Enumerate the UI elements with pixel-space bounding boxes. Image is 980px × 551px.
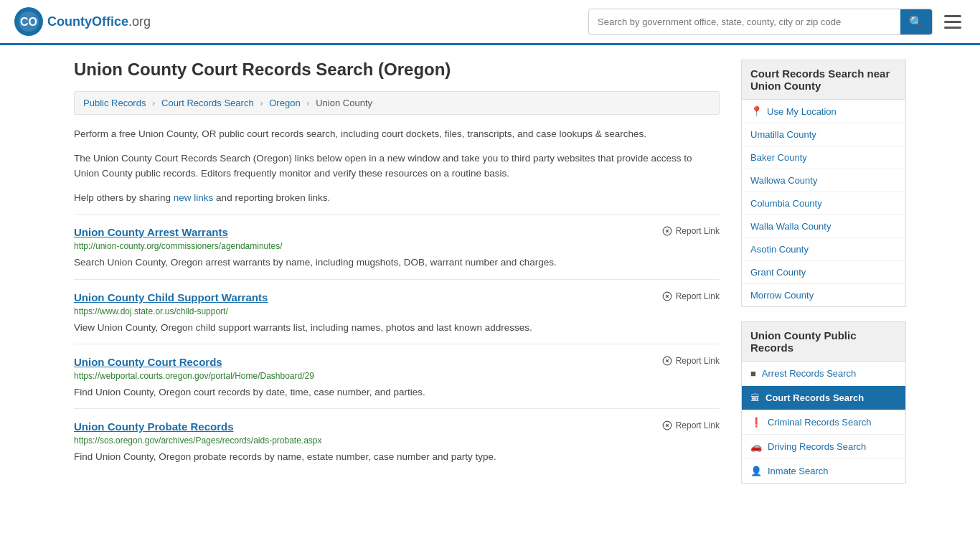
results-container: Union County Arrest Warrants Report Link…	[74, 214, 720, 473]
public-records-list: ■ Arrest Records Search 🏛 Court Records …	[741, 362, 906, 484]
nearby-county-link-0[interactable]: Umatilla County	[750, 129, 816, 140]
nearby-county-item-7[interactable]: Morrow County	[742, 284, 905, 306]
desc-3-prefix: Help others by sharing	[74, 192, 174, 203]
record-link-2[interactable]: Criminal Records Search	[768, 417, 872, 428]
record-link-4[interactable]: Inmate Search	[768, 466, 829, 476]
breadcrumb: Public Records › Court Records Search › …	[74, 91, 720, 115]
result-url-3[interactable]: https://sos.oregon.gov/archives/Pages/re…	[74, 435, 720, 446]
nearby-county-item-3[interactable]: Columbia County	[742, 192, 905, 215]
record-item-1[interactable]: 🏛 Court Records Search	[742, 386, 905, 410]
header-right: 🔍	[588, 9, 966, 35]
report-link-1[interactable]: Report Link	[662, 291, 720, 301]
menu-button[interactable]	[940, 11, 966, 33]
report-icon	[662, 356, 672, 366]
result-header: Union County Court Records Report Link	[74, 356, 720, 368]
svg-text:CO: CO	[20, 16, 37, 28]
nearby-county-item-2[interactable]: Wallowa County	[742, 169, 905, 192]
record-icon-1: 🏛	[750, 392, 760, 403]
result-item: Union County Court Records Report Link h…	[74, 344, 720, 408]
result-item: Union County Child Support Warrants Repo…	[74, 279, 720, 344]
hamburger-line-1	[944, 15, 961, 17]
record-link-1[interactable]: Court Records Search	[765, 392, 864, 403]
record-link-0[interactable]: Arrest Records Search	[762, 368, 857, 379]
result-header: Union County Child Support Warrants Repo…	[74, 291, 720, 303]
record-icon-3: 🚗	[750, 441, 762, 452]
nearby-county-list: 📍 Use My Location Umatilla CountyBaker C…	[741, 100, 906, 307]
logo-icon: CO	[14, 7, 43, 36]
search-bar: 🔍	[588, 9, 933, 35]
result-item: Union County Probate Records Report Link…	[74, 408, 720, 473]
new-links-link[interactable]: new links	[174, 192, 214, 203]
result-desc-3: Find Union County, Oregon probate record…	[74, 450, 720, 464]
record-item-2[interactable]: ❗ Criminal Records Search	[742, 410, 905, 435]
content-area: Union County Court Records Search (Orego…	[74, 60, 720, 484]
nearby-county-link-7[interactable]: Morrow County	[750, 290, 814, 301]
nearby-county-link-4[interactable]: Walla Walla County	[750, 221, 831, 232]
nearby-county-item-5[interactable]: Asotin County	[742, 238, 905, 261]
page-title: Union County Court Records Search (Orego…	[74, 60, 720, 80]
breadcrumb-oregon[interactable]: Oregon	[269, 98, 300, 108]
result-desc-0: Search Union County, Oregon arrest warra…	[74, 255, 720, 270]
breadcrumb-court-records[interactable]: Court Records Search	[161, 98, 254, 108]
nearby-counties-container: Umatilla CountyBaker CountyWallowa Count…	[742, 123, 905, 306]
report-link-0[interactable]: Report Link	[662, 226, 720, 236]
record-item-3[interactable]: 🚗 Driving Records Search	[742, 435, 905, 459]
public-records-section-title: Union County Public Records	[741, 321, 906, 362]
logo-area: CO CountyOffice.org	[14, 7, 151, 36]
breadcrumb-sep-1: ›	[152, 98, 155, 108]
result-title-3[interactable]: Union County Probate Records	[74, 420, 234, 433]
use-my-location-item[interactable]: 📍 Use My Location	[742, 100, 905, 123]
result-desc-1: View Union County, Oregon child support …	[74, 321, 720, 335]
result-url-0[interactable]: http://union-county.org/commissioners/ag…	[74, 241, 720, 251]
hamburger-line-2	[944, 21, 961, 23]
desc-1: Perform a free Union County, OR public c…	[74, 126, 720, 142]
nearby-county-item-0[interactable]: Umatilla County	[742, 123, 905, 146]
result-header: Union County Probate Records Report Link	[74, 420, 720, 433]
record-item-0[interactable]: ■ Arrest Records Search	[742, 362, 905, 386]
header: CO CountyOffice.org 🔍	[0, 0, 980, 45]
search-button[interactable]: 🔍	[900, 9, 932, 34]
desc-3: Help others by sharing new links and rep…	[74, 190, 720, 206]
result-title-1[interactable]: Union County Child Support Warrants	[74, 291, 268, 303]
nearby-county-link-5[interactable]: Asotin County	[750, 244, 809, 255]
nearby-county-link-3[interactable]: Columbia County	[750, 198, 822, 209]
record-icon-2: ❗	[750, 417, 762, 428]
nearby-section-title: Court Records Search near Union County	[741, 60, 906, 100]
report-link-2[interactable]: Report Link	[662, 356, 720, 366]
breadcrumb-sep-3: ›	[306, 98, 309, 108]
hamburger-line-3	[944, 27, 961, 29]
record-icon-0: ■	[750, 368, 756, 379]
report-link-3[interactable]: Report Link	[662, 420, 720, 430]
nearby-county-link-1[interactable]: Baker County	[750, 152, 807, 163]
result-item: Union County Arrest Warrants Report Link…	[74, 214, 720, 278]
result-title-0[interactable]: Union County Arrest Warrants	[74, 226, 228, 238]
record-icon-4: 👤	[750, 466, 762, 476]
nearby-county-item-1[interactable]: Baker County	[742, 146, 905, 169]
main-container: Union County Court Records Search (Orego…	[60, 45, 920, 498]
breadcrumb-public-records[interactable]: Public Records	[83, 98, 146, 108]
record-item-4[interactable]: 👤 Inmate Search	[742, 459, 905, 483]
nearby-county-item-6[interactable]: Grant County	[742, 261, 905, 284]
report-icon	[662, 226, 672, 236]
result-url-2[interactable]: https://webportal.courts.oregon.gov/port…	[74, 371, 720, 381]
desc-2: The Union County Court Records Search (O…	[74, 151, 720, 182]
breadcrumb-union-county: Union County	[316, 98, 372, 108]
sidebar: Court Records Search near Union County 📍…	[741, 60, 906, 484]
result-url-1[interactable]: https://www.doj.state.or.us/child-suppor…	[74, 306, 720, 316]
desc-3-suffix: and reporting broken links.	[213, 192, 330, 203]
use-my-location-link[interactable]: Use My Location	[767, 106, 837, 117]
nearby-county-link-6[interactable]: Grant County	[750, 267, 806, 278]
record-link-3[interactable]: Driving Records Search	[768, 441, 866, 452]
nearby-county-item-4[interactable]: Walla Walla County	[742, 215, 905, 238]
result-desc-2: Find Union County, Oregon court records …	[74, 385, 720, 400]
logo-text: CountyOffice.org	[47, 14, 151, 29]
report-icon	[662, 291, 672, 301]
report-icon	[662, 420, 672, 430]
result-title-2[interactable]: Union County Court Records	[74, 356, 222, 368]
breadcrumb-sep-2: ›	[260, 98, 263, 108]
pin-icon: 📍	[750, 105, 763, 117]
nearby-county-link-2[interactable]: Wallowa County	[750, 175, 817, 186]
search-input[interactable]	[589, 11, 900, 33]
result-header: Union County Arrest Warrants Report Link	[74, 226, 720, 238]
